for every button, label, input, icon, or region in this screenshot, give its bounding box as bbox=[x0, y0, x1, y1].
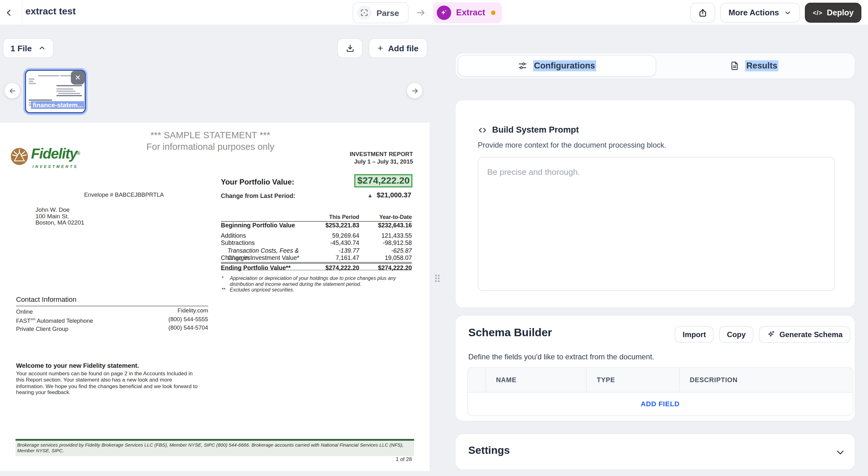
brokerage-disclaimer: Brokerage services provided by Fidelity … bbox=[16, 439, 414, 456]
close-glyph: ✕ bbox=[75, 73, 81, 82]
table-footnotes: * Appreciation or depreciation of your h… bbox=[221, 275, 412, 293]
footnote: ** Excludes unpriced securities. bbox=[221, 287, 412, 293]
parse-step-label: Parse bbox=[376, 8, 399, 18]
change-amount: $21,000.37 bbox=[377, 192, 411, 199]
file-thumbnail[interactable]: ✕ finance-statem... bbox=[25, 70, 86, 113]
parse-step-button[interactable]: Parse bbox=[352, 2, 408, 23]
table-row: Subtractions -45,430.74 -98,912.58 bbox=[221, 239, 412, 247]
previous-file-button[interactable] bbox=[4, 83, 20, 98]
add-file-button[interactable]: + Add file bbox=[369, 38, 427, 58]
col-this-period: This Period bbox=[304, 214, 360, 220]
contact-row: Private Client Group (800) 544-5704 bbox=[16, 324, 208, 332]
more-actions-label: More Actions bbox=[728, 8, 779, 17]
footnote-text: Appreciation or depreciation of your hol… bbox=[230, 275, 412, 287]
row-ytd: $274,222.20 bbox=[359, 263, 412, 269]
portfolio-value-highlight: $274,222.20 bbox=[354, 174, 412, 187]
contact-label: Online bbox=[16, 307, 33, 315]
row-this-period: $274,222.20 bbox=[304, 263, 360, 269]
summary-table-header: This Period Year-to-Date bbox=[221, 214, 412, 222]
arrow-left-icon bbox=[8, 87, 17, 95]
add-file-label: Add file bbox=[388, 43, 418, 53]
change-label: Change from Last Period: bbox=[221, 192, 295, 199]
contact-label-sup: sm bbox=[31, 316, 35, 320]
contact-label: Private Client Group bbox=[16, 324, 68, 332]
status-dot-icon bbox=[491, 11, 496, 15]
row-label: Beginning Portfolio Value bbox=[221, 222, 304, 229]
top-bar: extract test Parse bbox=[0, 0, 868, 25]
recipient-address: John W. Doe 100 Main St. Boston, MA 0220… bbox=[35, 207, 84, 226]
report-header: INVESTMENT REPORT July 1 – July 31, 2015 bbox=[277, 150, 413, 165]
file-count-dropdown[interactable]: 1 File bbox=[3, 38, 54, 58]
footnote-marker: * bbox=[221, 275, 230, 287]
scan-focus-icon bbox=[357, 6, 371, 20]
chevron-down-icon[interactable] bbox=[835, 447, 846, 457]
fidelity-logo-sub: INVESTMENTS bbox=[31, 161, 80, 174]
row-ytd: 19,058.07 bbox=[359, 254, 412, 262]
table-row: Change in Investment Value* 7,161.47 19,… bbox=[221, 254, 412, 262]
row-this-period: 7,161.47 bbox=[304, 254, 360, 262]
schema-col-handle bbox=[468, 368, 486, 392]
system-prompt-input[interactable] bbox=[478, 157, 835, 291]
add-field-button[interactable]: ADD FIELD bbox=[468, 392, 852, 415]
thumbnail-preview-line bbox=[29, 78, 34, 79]
thumbnail-filename: finance-statem... bbox=[31, 99, 84, 109]
document-icon bbox=[730, 61, 740, 71]
row-this-period: -139.77 bbox=[304, 247, 360, 254]
file-count-label: 1 File bbox=[11, 43, 32, 53]
row-label: Change in Investment Value* bbox=[221, 254, 304, 262]
fidelity-logo-reg: ® bbox=[77, 151, 80, 156]
portfolio-value-label: Your Portfolio Value: bbox=[221, 178, 294, 186]
import-button[interactable]: Import bbox=[675, 326, 714, 343]
row-this-period: -45,430.74 bbox=[304, 239, 360, 247]
plus-icon: + bbox=[378, 43, 383, 53]
chevron-down-icon bbox=[784, 9, 792, 16]
schema-fields-table: NAME TYPE DESCRIPTION ADD FIELD bbox=[467, 367, 853, 416]
copy-button[interactable]: Copy bbox=[719, 326, 753, 343]
fidelity-logo-icon bbox=[10, 147, 29, 166]
welcome-body: Your account numbers can be found on pag… bbox=[16, 370, 200, 396]
extract-step-button[interactable]: Extract bbox=[433, 2, 502, 23]
configuration-panel: Configurations Results Build System Prom… bbox=[443, 25, 868, 476]
contact-heading: Contact Information bbox=[16, 296, 208, 306]
footnote: * Appreciation or depreciation of your h… bbox=[221, 275, 412, 287]
fidelity-logo: Fidelity® INVESTMENTS bbox=[10, 147, 80, 174]
sample-line-2: For informational purposes only bbox=[125, 141, 296, 152]
settings-card[interactable]: Settings bbox=[455, 434, 855, 470]
thumbnail-preview-line bbox=[60, 75, 71, 76]
row-label: Additions bbox=[221, 232, 304, 240]
share-icon bbox=[698, 8, 707, 18]
generate-schema-button[interactable]: Generate Schema bbox=[759, 326, 850, 343]
next-file-button[interactable] bbox=[407, 83, 423, 98]
code-icon: </> bbox=[813, 9, 823, 16]
tab-results[interactable]: Results bbox=[656, 55, 852, 76]
sample-line-1: *** SAMPLE STATEMENT *** bbox=[125, 130, 296, 141]
close-icon[interactable]: ✕ bbox=[71, 71, 85, 84]
tab-configurations[interactable]: Configurations bbox=[458, 55, 656, 76]
table-row: Transaction Costs, Fees & Charges -139.7… bbox=[221, 247, 412, 254]
extract-step-label: Extract bbox=[456, 8, 485, 18]
more-actions-button[interactable]: More Actions bbox=[720, 3, 800, 23]
fidelity-logo-wordmark: Fidelity® INVESTMENTS bbox=[31, 147, 80, 174]
generate-schema-label: Generate Schema bbox=[779, 330, 843, 339]
address-line: John W. Doe bbox=[35, 207, 84, 213]
col-year-to-date: Year-to-Date bbox=[359, 214, 412, 220]
back-button[interactable] bbox=[1, 4, 17, 21]
schema-builder-title: Schema Builder bbox=[468, 326, 552, 339]
welcome-message: Welcome to your new Fidelity statement. … bbox=[16, 362, 200, 396]
tab-configurations-label: Configurations bbox=[533, 60, 596, 71]
download-files-button[interactable] bbox=[337, 38, 363, 58]
report-period: July 1 – July 31, 2015 bbox=[277, 158, 413, 165]
change-value: ▲$21,000.37 bbox=[367, 192, 411, 199]
page-indicator: 1 of 28 bbox=[396, 456, 412, 462]
pipeline-steps: Parse Extract bbox=[352, 2, 502, 24]
share-button[interactable] bbox=[690, 3, 715, 23]
deploy-label: Deploy bbox=[827, 8, 854, 17]
footnote-marker: ** bbox=[221, 287, 230, 293]
deploy-button[interactable]: </> Deploy bbox=[805, 3, 861, 23]
thumbnail-preview-line bbox=[56, 89, 73, 90]
up-triangle-icon: ▲ bbox=[367, 192, 373, 198]
prompt-card-title: Build System Prompt bbox=[492, 125, 579, 135]
contact-label-text: Online bbox=[16, 308, 33, 315]
schema-col-name: NAME bbox=[486, 368, 587, 392]
panel-resize-handle[interactable] bbox=[435, 275, 441, 284]
